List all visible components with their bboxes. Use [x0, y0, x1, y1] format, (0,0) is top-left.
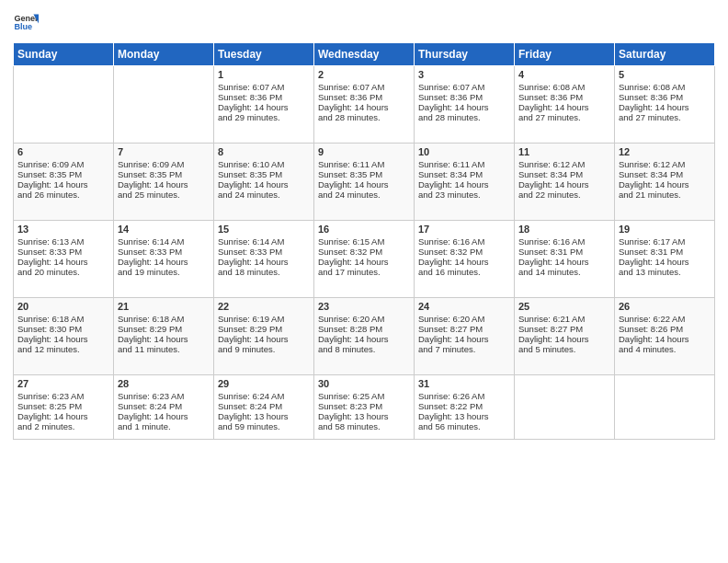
day-number: 2: [318, 69, 410, 80]
calendar-cell: 11Sunrise: 6:12 AMSunset: 8:34 PMDayligh…: [515, 144, 615, 221]
day-number: 7: [118, 146, 210, 157]
logo: General Blue: [13, 9, 39, 35]
day-number: 20: [17, 301, 109, 312]
calendar-cell: 26Sunrise: 6:22 AMSunset: 8:26 PMDayligh…: [615, 298, 715, 375]
cell-content: Sunrise: 6:10 AM: [218, 159, 310, 169]
cell-content: and 18 minutes.: [218, 267, 310, 277]
calendar-cell: 1Sunrise: 6:07 AMSunset: 8:36 PMDaylight…: [214, 66, 314, 144]
cell-content: Sunset: 8:34 PM: [619, 169, 711, 179]
calendar-cell: 16Sunrise: 6:15 AMSunset: 8:32 PMDayligh…: [314, 221, 415, 298]
cell-content: Sunrise: 6:22 AM: [619, 314, 711, 324]
cell-content: and 2 minutes.: [17, 421, 109, 431]
cell-content: and 13 minutes.: [619, 267, 711, 277]
day-number: 28: [118, 378, 210, 389]
cell-content: Daylight: 13 hours: [318, 411, 410, 421]
day-number: 8: [218, 146, 310, 157]
cell-content: Sunrise: 6:07 AM: [418, 82, 510, 92]
cell-content: and 12 minutes.: [17, 344, 109, 354]
cell-content: Daylight: 14 hours: [17, 411, 109, 421]
cell-content: Daylight: 14 hours: [218, 334, 310, 344]
day-number: 30: [318, 378, 410, 389]
cell-content: Daylight: 13 hours: [218, 411, 310, 421]
cell-content: and 8 minutes.: [318, 344, 410, 354]
cell-content: Sunrise: 6:08 AM: [518, 82, 610, 92]
day-header-monday: Monday: [114, 43, 214, 66]
day-number: 23: [318, 301, 410, 312]
cell-content: Sunset: 8:25 PM: [17, 401, 109, 411]
day-header-sunday: Sunday: [14, 43, 114, 66]
cell-content: Sunrise: 6:20 AM: [318, 314, 410, 324]
calendar-cell: 3Sunrise: 6:07 AMSunset: 8:36 PMDaylight…: [415, 66, 515, 144]
calendar-cell: 12Sunrise: 6:12 AMSunset: 8:34 PMDayligh…: [615, 144, 715, 221]
cell-content: Sunset: 8:35 PM: [118, 169, 210, 179]
cell-content: Daylight: 14 hours: [318, 102, 410, 112]
cell-content: Sunset: 8:35 PM: [17, 169, 109, 179]
cell-content: Sunrise: 6:17 AM: [619, 236, 711, 247]
day-number: 22: [218, 301, 310, 312]
cell-content: Sunrise: 6:18 AM: [118, 314, 210, 324]
week-row-5: 27Sunrise: 6:23 AMSunset: 8:25 PMDayligh…: [14, 375, 715, 440]
day-number: 11: [518, 146, 610, 157]
cell-content: Sunrise: 6:07 AM: [318, 82, 410, 92]
day-number: 27: [17, 378, 109, 389]
cell-content: Sunrise: 6:09 AM: [118, 159, 210, 169]
calendar-cell: 9Sunrise: 6:11 AMSunset: 8:35 PMDaylight…: [314, 144, 415, 221]
day-number: 29: [218, 378, 310, 389]
calendar-cell: 30Sunrise: 6:25 AMSunset: 8:23 PMDayligh…: [314, 375, 415, 440]
week-row-2: 6Sunrise: 6:09 AMSunset: 8:35 PMDaylight…: [14, 144, 715, 221]
cell-content: and 23 minutes.: [418, 190, 510, 200]
cell-content: and 22 minutes.: [518, 190, 610, 200]
cell-content: Daylight: 14 hours: [518, 179, 610, 190]
calendar-cell: 15Sunrise: 6:14 AMSunset: 8:33 PMDayligh…: [214, 221, 314, 298]
cell-content: Daylight: 14 hours: [17, 179, 109, 190]
cell-content: Sunset: 8:24 PM: [118, 401, 210, 411]
day-header-tuesday: Tuesday: [214, 43, 314, 66]
calendar-cell: 6Sunrise: 6:09 AMSunset: 8:35 PMDaylight…: [14, 144, 114, 221]
cell-content: Sunrise: 6:08 AM: [619, 82, 711, 92]
cell-content: Sunrise: 6:20 AM: [418, 314, 510, 324]
cell-content: Sunset: 8:36 PM: [218, 92, 310, 102]
cell-content: Sunset: 8:27 PM: [518, 324, 610, 334]
cell-content: and 11 minutes.: [118, 344, 210, 354]
day-number: 4: [518, 69, 610, 80]
page-container: General Blue SundayMondayTuesdayWednesda…: [0, 0, 728, 563]
cell-content: Sunset: 8:33 PM: [17, 247, 109, 257]
calendar-cell: 7Sunrise: 6:09 AMSunset: 8:35 PMDaylight…: [114, 144, 214, 221]
cell-content: Sunset: 8:23 PM: [318, 401, 410, 411]
day-number: 25: [518, 301, 610, 312]
cell-content: Sunset: 8:30 PM: [17, 324, 109, 334]
cell-content: Sunrise: 6:15 AM: [318, 236, 410, 247]
calendar-cell: 14Sunrise: 6:14 AMSunset: 8:33 PMDayligh…: [114, 221, 214, 298]
cell-content: Daylight: 14 hours: [619, 257, 711, 267]
calendar-cell: 23Sunrise: 6:20 AMSunset: 8:28 PMDayligh…: [314, 298, 415, 375]
cell-content: Daylight: 13 hours: [418, 411, 510, 421]
svg-text:Blue: Blue: [14, 22, 32, 31]
cell-content: Daylight: 14 hours: [619, 102, 711, 112]
cell-content: Sunset: 8:32 PM: [318, 247, 410, 257]
cell-content: Sunrise: 6:23 AM: [17, 391, 109, 401]
cell-content: Daylight: 14 hours: [318, 334, 410, 344]
cell-content: Sunset: 8:31 PM: [518, 247, 610, 257]
calendar-cell: 22Sunrise: 6:19 AMSunset: 8:29 PMDayligh…: [214, 298, 314, 375]
day-number: 19: [619, 224, 711, 235]
calendar-cell: 5Sunrise: 6:08 AMSunset: 8:36 PMDaylight…: [615, 66, 715, 144]
calendar-cell: 25Sunrise: 6:21 AMSunset: 8:27 PMDayligh…: [515, 298, 615, 375]
cell-content: and 14 minutes.: [518, 267, 610, 277]
cell-content: Sunset: 8:33 PM: [118, 247, 210, 257]
cell-content: Daylight: 14 hours: [418, 102, 510, 112]
cell-content: Sunrise: 6:21 AM: [518, 314, 610, 324]
cell-content: Daylight: 14 hours: [218, 179, 310, 190]
calendar-cell: 28Sunrise: 6:23 AMSunset: 8:24 PMDayligh…: [114, 375, 214, 440]
day-header-saturday: Saturday: [615, 43, 715, 66]
cell-content: Sunrise: 6:19 AM: [218, 314, 310, 324]
cell-content: Sunset: 8:35 PM: [318, 169, 410, 179]
day-number: 17: [418, 224, 510, 235]
header: General Blue: [13, 9, 715, 35]
day-number: 13: [17, 224, 109, 235]
day-number: 6: [17, 146, 109, 157]
cell-content: Daylight: 14 hours: [118, 411, 210, 421]
calendar-cell: 21Sunrise: 6:18 AMSunset: 8:29 PMDayligh…: [114, 298, 214, 375]
day-number: 21: [118, 301, 210, 312]
cell-content: Sunset: 8:29 PM: [118, 324, 210, 334]
cell-content: Sunset: 8:31 PM: [619, 247, 711, 257]
